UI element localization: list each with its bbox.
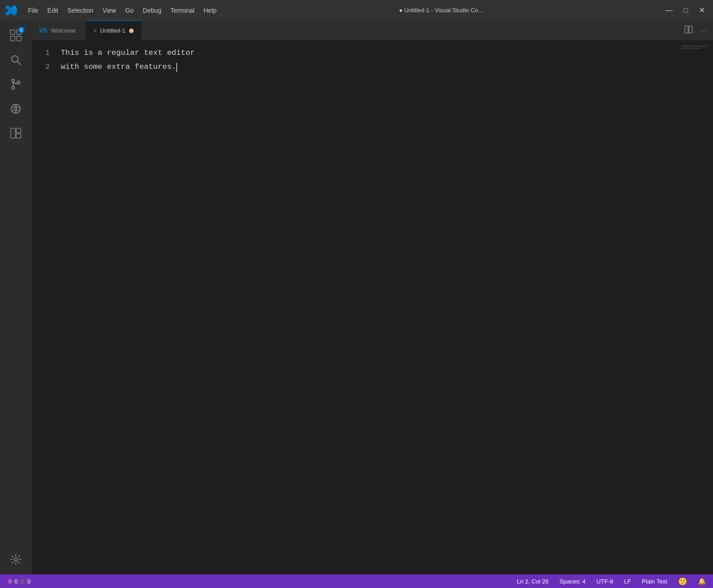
language-label: Plain Text [642, 578, 667, 585]
menu-terminal[interactable]: Terminal [167, 5, 198, 16]
tab-untitled1-label: Untitled-1 [100, 27, 125, 34]
minimize-button[interactable]: — [662, 5, 676, 16]
activity-settings[interactable] [5, 548, 27, 571]
line-number-2: 2 [32, 60, 50, 74]
svg-line-5 [17, 61, 21, 65]
minimap-content [681, 45, 708, 50]
activity-remote[interactable] [5, 97, 27, 120]
activity-extensions[interactable]: 1 [5, 24, 27, 47]
warning-icon: ⚠ [19, 578, 25, 585]
svg-point-6 [12, 79, 14, 82]
error-count: 0 [14, 578, 18, 585]
svg-point-7 [12, 87, 14, 89]
minimap-line-1 [681, 45, 708, 47]
svg-rect-2 [10, 36, 15, 41]
tab-untitled1[interactable]: ≡ Untitled-1 [86, 20, 141, 40]
close-button[interactable]: ✕ [695, 4, 708, 16]
vscode-tab-icon: VS [39, 27, 48, 34]
status-encoding[interactable]: UTF-8 [595, 576, 615, 586]
bell-icon: 🔔 [698, 578, 706, 585]
window-title: ● Untitled-1 - Visual Studio Co... [227, 7, 655, 14]
tab-welcome-label: Welcome [51, 27, 76, 34]
menu-file[interactable]: File [24, 5, 42, 16]
title-bar: File Edit Selection View Go Debug Termin… [0, 0, 713, 20]
svg-rect-20 [689, 26, 692, 33]
activity-bar: 1 [0, 20, 32, 574]
file-icon: ≡ [93, 28, 96, 34]
svg-rect-15 [11, 128, 15, 138]
vscode-logo [5, 4, 17, 17]
line-ending-label: LF [624, 578, 631, 585]
code-line-2: with some extra features. [59, 60, 668, 74]
main-layout: 1 [0, 20, 713, 574]
svg-point-18 [14, 558, 18, 561]
activity-source-control[interactable] [5, 73, 27, 96]
modified-indicator [129, 29, 134, 33]
error-icon: ⊗ [7, 578, 13, 585]
warning-count: 0 [27, 578, 30, 585]
status-notifications[interactable]: 🔔 [696, 576, 708, 586]
window-controls: — □ ✕ [662, 4, 708, 16]
line-numbers: 1 2 [32, 41, 59, 574]
text-cursor [176, 63, 177, 72]
svg-rect-16 [16, 128, 21, 133]
svg-rect-17 [16, 134, 21, 138]
cursor-position: Ln 2, Col 26 [517, 578, 549, 585]
status-errors[interactable]: ⊗ 0 ⚠ 0 [5, 576, 32, 586]
minimap [668, 41, 713, 574]
svg-rect-0 [10, 30, 15, 34]
status-position[interactable]: Ln 2, Col 26 [515, 576, 550, 586]
status-line-ending[interactable]: LF [622, 576, 633, 586]
status-bar: ⊗ 0 ⚠ 0 Ln 2, Col 26 Spaces: 4 UTF-8 LF … [0, 574, 713, 588]
minimap-line-2 [681, 48, 702, 49]
menu-help[interactable]: Help [200, 5, 220, 16]
status-left: ⊗ 0 ⚠ 0 [5, 576, 32, 586]
tab-bar-actions: ··· [683, 20, 713, 40]
editor-area: VS Welcome ≡ Untitled-1 ··· [32, 20, 713, 574]
indentation: Spaces: 4 [559, 578, 586, 585]
menu-bar: File Edit Selection View Go Debug Termin… [24, 5, 220, 16]
svg-point-13 [11, 104, 20, 113]
status-spaces[interactable]: Spaces: 4 [558, 576, 588, 586]
status-feedback[interactable]: 🙂 [676, 576, 689, 586]
tab-welcome[interactable]: VS Welcome [32, 20, 86, 40]
code-line-1: This is a regular text editor [59, 46, 668, 60]
more-actions-icon[interactable]: ··· [698, 24, 708, 37]
menu-debug[interactable]: Debug [139, 5, 165, 16]
menu-view[interactable]: View [99, 5, 120, 16]
menu-selection[interactable]: Selection [64, 5, 97, 16]
menu-edit[interactable]: Edit [44, 5, 62, 16]
svg-rect-3 [17, 36, 21, 41]
activity-search[interactable] [5, 48, 27, 71]
tab-bar: VS Welcome ≡ Untitled-1 ··· [32, 20, 713, 41]
line-number-1: 1 [32, 46, 50, 60]
status-language[interactable]: Plain Text [640, 576, 669, 586]
encoding-label: UTF-8 [597, 578, 613, 585]
status-right: Ln 2, Col 26 Spaces: 4 UTF-8 LF Plain Te… [515, 576, 708, 586]
code-area[interactable]: This is a regular text editor with some … [59, 41, 668, 574]
maximize-button[interactable]: □ [680, 5, 692, 16]
activity-extensions2[interactable] [5, 122, 27, 145]
split-editor-icon[interactable] [683, 24, 694, 37]
smiley-icon: 🙂 [678, 577, 687, 586]
editor-content[interactable]: 1 2 This is a regular text editor with s… [32, 41, 713, 574]
menu-go[interactable]: Go [121, 5, 137, 16]
extensions-badge: 1 [18, 27, 24, 33]
svg-rect-19 [685, 26, 688, 33]
